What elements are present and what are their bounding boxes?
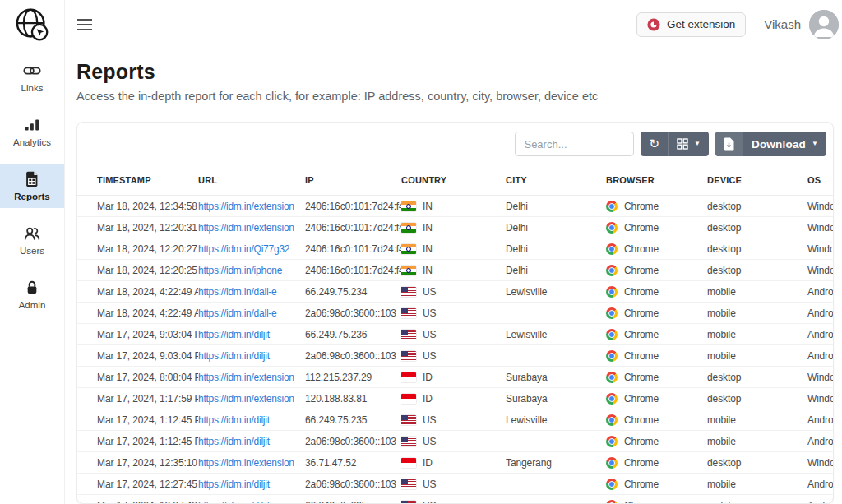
ip-cell: 2406:16c0:101:7d24:f4b2 xyxy=(305,217,401,238)
city-cell: Surabaya xyxy=(506,388,606,409)
browser-cell: Chrome xyxy=(606,388,707,409)
os-cell: Android xyxy=(807,431,834,452)
url-link[interactable]: https://idm.in/diljit xyxy=(198,350,270,362)
url-link[interactable]: https://idm.in/extension xyxy=(198,222,294,234)
browser-cell: Chrome xyxy=(606,452,707,474)
download-button[interactable]: Download ▼ xyxy=(715,132,826,156)
country-cell: US xyxy=(401,345,506,367)
sidebar-item-analytics[interactable]: Analytics xyxy=(0,109,64,154)
url-link[interactable]: https://idm.in/extension xyxy=(198,372,294,383)
sidebar-item-label: Links xyxy=(21,83,44,93)
url-link[interactable]: https://idm.in/diljit xyxy=(198,436,270,447)
url-cell: https://idm.in/diljit xyxy=(198,495,305,504)
lock-icon xyxy=(23,279,41,297)
country-flag-icon xyxy=(401,501,416,504)
device-cell: mobile xyxy=(707,409,807,431)
country-flag-icon xyxy=(401,330,416,340)
file-download-icon xyxy=(724,137,734,151)
columns-toggle-button[interactable]: ▼ xyxy=(668,132,709,156)
table-row: Mar 17, 2024, 1:17:59 PMhttps://idm.in/e… xyxy=(77,388,834,409)
city-cell xyxy=(506,345,606,367)
user-menu[interactable]: Vikash xyxy=(764,10,839,39)
sidebar-item-label: Users xyxy=(20,246,44,256)
timestamp-cell: Mar 18, 2024, 12:20:25 PM xyxy=(77,260,198,281)
city-cell xyxy=(506,495,606,504)
os-cell: Windows xyxy=(807,388,834,409)
country-cell: ID xyxy=(401,367,506,388)
timestamp-cell: Mar 17, 2024, 8:08:04 PM xyxy=(77,367,198,388)
table-header-row: TIMESTAMPURLIPCOUNTRYCITYBROWSERDEVICEOS xyxy=(77,165,834,196)
column-header[interactable]: DEVICE xyxy=(707,165,807,196)
table-row: Mar 18, 2024, 4:22:49 AMhttps://idm.in/d… xyxy=(77,303,834,324)
url-link[interactable]: https://idm.in/dall-e xyxy=(198,286,276,298)
url-link[interactable]: https://idm.in/extension xyxy=(198,393,294,405)
column-header[interactable]: CITY xyxy=(506,165,606,196)
url-cell: https://idm.in/iphone xyxy=(198,260,305,281)
browser-cell: Chrome xyxy=(606,217,707,238)
country-flag-icon xyxy=(401,223,416,233)
table-row: Mar 17, 2024, 9:03:04 PMhttps://idm.in/d… xyxy=(77,324,834,345)
refresh-button[interactable]: ↻ xyxy=(641,132,668,156)
city-cell: Lewisville xyxy=(506,324,606,345)
os-cell: Windows xyxy=(807,196,834,217)
sidebar-item-users[interactable]: Users xyxy=(0,218,64,262)
chrome-icon xyxy=(606,307,618,319)
column-header[interactable]: BROWSER xyxy=(606,165,707,196)
os-cell: Windows xyxy=(807,217,834,238)
url-link[interactable]: https://idm.in/extension xyxy=(198,201,294,212)
city-cell: Delhi xyxy=(506,217,606,238)
url-link[interactable]: https://idm.in/diljit xyxy=(198,500,270,504)
url-link[interactable]: https://idm.in/dall-e xyxy=(198,307,276,319)
ip-cell: 120.188.83.81 xyxy=(305,388,401,409)
browser-cell: Chrome xyxy=(606,196,707,217)
ip-cell: 2a06:98c0:3600::103 xyxy=(305,303,401,324)
country-cell: US xyxy=(401,495,506,504)
column-header[interactable]: COUNTRY xyxy=(401,165,506,196)
browser-cell: Chrome xyxy=(606,303,707,324)
browser-cell: Chrome xyxy=(606,260,707,281)
browser-cell: Chrome xyxy=(606,495,707,504)
url-link[interactable]: https://idm.in/diljit xyxy=(198,329,270,340)
os-cell: Windows xyxy=(807,260,834,281)
url-link[interactable]: https://idm.in/diljit xyxy=(198,414,270,426)
get-extension-button[interactable]: Get extension xyxy=(636,12,746,37)
hamburger-menu-icon[interactable] xyxy=(76,18,93,31)
os-cell: Android xyxy=(807,474,834,495)
url-cell: https://idm.in/diljit xyxy=(198,345,305,367)
city-cell xyxy=(506,431,606,452)
extension-badge-icon xyxy=(647,18,660,31)
globe-click-logo-icon xyxy=(13,6,51,44)
device-cell: mobile xyxy=(707,474,807,495)
chrome-icon xyxy=(606,500,618,504)
url-cell: https://idm.in/extension xyxy=(198,452,305,474)
sidebar-item-label: Analytics xyxy=(13,137,51,147)
app-root: Links Analytics Reports xyxy=(0,0,842,504)
ip-cell: 66.249.75.235 xyxy=(305,495,401,504)
url-link[interactable]: https://idm.in/Qi77g32 xyxy=(198,243,289,255)
table-row: Mar 17, 2024, 12:35:10 PMhttps://idm.in/… xyxy=(77,452,834,474)
chrome-icon xyxy=(606,479,618,490)
column-header[interactable]: URL xyxy=(198,165,305,196)
column-header[interactable]: IP xyxy=(305,165,401,196)
country-cell: IN xyxy=(401,196,506,217)
app-logo[interactable] xyxy=(0,0,64,55)
browser-cell: Chrome xyxy=(606,474,707,495)
table-options-button-group: ↻ ▼ xyxy=(641,132,709,156)
timestamp-cell: Mar 18, 2024, 12:20:31 PM xyxy=(77,217,198,238)
column-header[interactable]: OS xyxy=(807,165,834,196)
country-flag-icon xyxy=(401,308,416,318)
ip-cell: 36.71.47.52 xyxy=(305,452,401,474)
column-header[interactable]: TIMESTAMP xyxy=(77,165,198,196)
timestamp-cell: Mar 17, 2024, 12:27:43 PM xyxy=(77,495,198,504)
sidebar-item-links[interactable]: Links xyxy=(0,55,64,99)
url-link[interactable]: https://idm.in/extension xyxy=(198,457,294,469)
sidebar-item-reports[interactable]: Reports xyxy=(0,164,64,208)
country-flag-icon xyxy=(401,287,416,297)
sidebar-item-admin[interactable]: Admin xyxy=(0,272,64,317)
url-link[interactable]: https://idm.in/diljit xyxy=(198,479,270,490)
url-link[interactable]: https://idm.in/iphone xyxy=(198,265,282,276)
table-row: Mar 17, 2024, 12:27:45 PMhttps://idm.in/… xyxy=(77,474,834,495)
search-input[interactable] xyxy=(515,132,634,156)
os-cell: Android xyxy=(807,324,834,345)
users-icon xyxy=(23,224,41,243)
